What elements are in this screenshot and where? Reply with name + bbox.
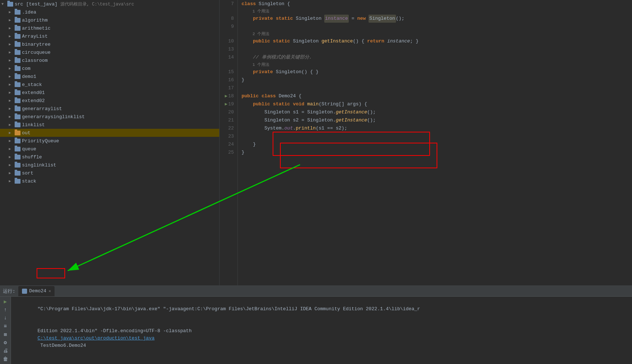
tab-file-icon — [22, 289, 27, 294]
root-folder-icon — [7, 2, 13, 7]
code-line-22: System . out . println (s1 == s2); — [242, 124, 628, 132]
tree-item-extend02[interactable]: ▶ extend02 — [0, 97, 219, 105]
code-line-13 — [242, 45, 628, 53]
folder-icon-algorithm — [15, 18, 20, 23]
main-area: ▼ src [test_java] 源代码根目录, C:\test_java\s… — [0, 0, 632, 285]
tab-name: Demo24 — [29, 288, 46, 294]
folder-icon-arraylist — [15, 34, 20, 39]
code-line-25: } — [242, 149, 628, 157]
tree-item-priorityqueue[interactable]: ▶ PriorityQueue — [0, 137, 219, 145]
console-classpath-link[interactable]: C:\test_java\src\out\production\test_jav… — [37, 335, 154, 341]
bottom-panel: 运行: Demo24 ✕ ▶ ↑ ↓ ≡ ⊞ ⚙ 🖨 🗑 "C:\Program… — [0, 285, 632, 364]
code-line-7: class Singleton { — [242, 0, 628, 8]
folder-icon-sort — [15, 171, 20, 176]
annotation-1-usage: 1 个用法 — [242, 8, 628, 15]
code-content: class Singleton { 1 个用法 private static S… — [238, 0, 632, 285]
filter-button[interactable]: ⊞ — [1, 331, 10, 338]
tree-item-generarraysinglinklist[interactable]: ▶ generarraysinglinklist — [0, 113, 219, 121]
folder-icon-demo1 — [15, 74, 20, 79]
trash-button[interactable]: 🗑 — [1, 356, 10, 363]
folder-icon-extend02 — [15, 98, 20, 103]
run-label: 运行: — [3, 288, 15, 294]
folder-icon-queue — [15, 147, 20, 151]
folder-icon-idea — [15, 10, 20, 15]
folder-icon-binarytree — [15, 42, 20, 47]
folder-icon-extend01 — [15, 90, 20, 95]
tree-item-arraylist[interactable]: ▶ ArrayList — [0, 32, 219, 40]
tree-root[interactable]: ▼ src [test_java] 源代码根目录, C:\test_java\s… — [0, 0, 219, 8]
code-line-9 — [242, 23, 628, 31]
print-button[interactable]: 🖨 — [1, 348, 10, 354]
bottom-content: ▶ ↑ ↓ ≡ ⊞ ⚙ 🖨 🗑 "C:\Program Files\Java\j… — [0, 297, 632, 364]
root-label: src [test_java] 源代码根目录, C:\test_java\src — [15, 1, 134, 7]
folder-icon-stack — [15, 179, 20, 184]
folder-icon-out — [15, 131, 20, 135]
tree-item-circuqueue[interactable]: ▶ circuqueue — [0, 48, 219, 56]
code-line-19: public static void main ( String [] args… — [242, 100, 628, 108]
tree-item-extend01[interactable]: ▶ extend01 — [0, 89, 219, 97]
console-true-line: true — [15, 357, 628, 364]
line-numbers: 7 8 9 10 13 14 — [220, 0, 238, 285]
folder-icon-circuqueue — [15, 50, 20, 55]
settings-button[interactable]: ⚙ — [1, 339, 10, 346]
run-tab-demo24[interactable]: Demo24 ✕ — [18, 286, 55, 296]
tree-item-algorithm[interactable]: ▶ algorithm — [0, 16, 219, 24]
tree-item-idea[interactable]: ▶ .idea — [0, 8, 219, 16]
tree-item-arithmetic[interactable]: ▶ arithmetic — [0, 24, 219, 32]
code-line-23 — [242, 132, 628, 140]
folder-icon-e-stack — [15, 82, 20, 87]
tree-item-stack[interactable]: ▶ stack — [0, 177, 219, 185]
tree-item-e-stack[interactable]: ▶ e_stack — [0, 80, 219, 89]
code-line-20: Singleton s1 = Singleton . getInstance (… — [242, 108, 628, 116]
run-toolbar: ▶ ↑ ↓ ≡ ⊞ ⚙ 🖨 🗑 — [0, 297, 11, 364]
folder-icon-arithmetic — [15, 26, 20, 31]
folder-icon-generarraysinglinklist — [15, 115, 20, 119]
annotation-2-usage: 2 个用法 — [242, 31, 628, 37]
console-output: "C:\Program Files\Java\jdk-17\bin\java.e… — [11, 297, 632, 364]
folder-icon-priorityqueue — [15, 139, 20, 143]
code-line-10: public static Singleton getInstance () {… — [242, 37, 628, 45]
code-line-16: } — [242, 76, 628, 84]
tree-item-classroom[interactable]: ▶ classroom — [0, 56, 219, 64]
tree-item-queue[interactable]: ▶ queue — [0, 145, 219, 153]
code-line-14: // 单例模式的最关键部分. — [242, 53, 628, 61]
code-line-24: } — [242, 140, 628, 149]
tree-item-singlinklist[interactable]: ▶ singlinklist — [0, 161, 219, 169]
code-line-18: public class Demo24 { — [242, 92, 628, 100]
tree-item-generarraylist[interactable]: ▶ generarraylist — [0, 105, 219, 113]
tree-item-sort[interactable]: ▶ sort — [0, 169, 219, 177]
folder-icon-singlinklist — [15, 163, 20, 168]
folder-icon-linklist — [15, 123, 20, 127]
tree-item-binarytree[interactable]: ▶ binarytree — [0, 40, 219, 48]
code-line-8: private static Singleton instance = new … — [242, 15, 628, 23]
code-editor: 7 8 9 10 13 14 — [220, 0, 632, 285]
tree-item-shuffle[interactable]: ▶ shuffle — [0, 153, 219, 161]
tree-item-out[interactable]: ▶ out — [0, 129, 219, 137]
file-tree: ▼ src [test_java] 源代码根目录, C:\test_java\s… — [0, 0, 220, 285]
tree-item-com[interactable]: ▶ com — [0, 64, 219, 72]
code-line-15: private Singleton () { } — [242, 68, 628, 76]
run-button[interactable]: ▶ — [1, 298, 10, 305]
console-line-2: Edition 2022.1.4\bin" -Dfile.encoding=UT… — [15, 320, 628, 357]
console-line-1: "C:\Program Files\Java\jdk-17\bin\java.e… — [15, 298, 628, 320]
scroll-down-button[interactable]: ↓ — [1, 315, 10, 322]
tab-close-icon[interactable]: ✕ — [49, 289, 51, 293]
folder-icon-shuffle — [15, 155, 20, 160]
scroll-up-button[interactable]: ↑ — [1, 307, 10, 314]
bottom-tabs: 运行: Demo24 ✕ — [0, 286, 632, 297]
folder-icon-classroom — [15, 58, 20, 63]
annotation-3-usage: 1 个用法 — [242, 61, 628, 68]
folder-icon-generarraylist — [15, 106, 20, 111]
folder-icon-com — [15, 66, 20, 71]
code-line-17 — [242, 84, 628, 92]
root-arrow: ▼ — [1, 2, 7, 6]
wrap-button[interactable]: ≡ — [1, 323, 10, 330]
code-area: 7 8 9 10 13 14 — [220, 0, 632, 285]
tree-item-linklist[interactable]: ▶ linklist — [0, 121, 219, 129]
code-line-21: Singleton s2 = Singleton . getInstance (… — [242, 116, 628, 124]
tree-item-demo1[interactable]: ▶ demo1 — [0, 72, 219, 80]
